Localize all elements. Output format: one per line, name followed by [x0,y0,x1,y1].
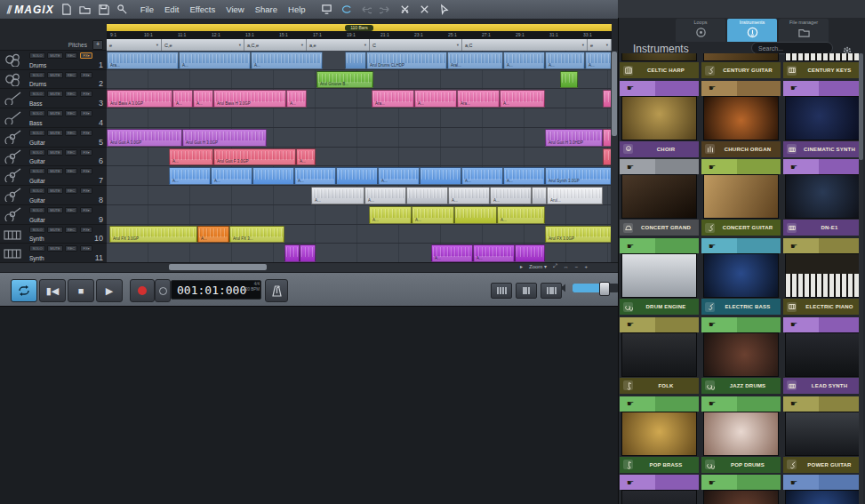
loop-button[interactable] [11,279,37,302]
fx-button[interactable]: FX▾ [80,168,92,174]
menu-share[interactable]: Share [250,3,283,16]
clip-pink[interactable]: Ara... [457,90,500,108]
record-mode-button[interactable] [155,279,171,302]
pitch-segment[interactable]: e▾ [588,39,612,51]
clip-violet[interactable]: Arul Guit H 3.0HDP [545,129,603,147]
tile-drag-strip[interactable]: ☛ [701,159,781,174]
instrument-image[interactable] [621,412,697,456]
mute-button[interactable]: MUTE [47,91,63,97]
instrument-name-bar[interactable]: POWER GUITAR [783,457,861,473]
rec-button[interactable]: REC [65,207,77,213]
mute-button[interactable]: MUTE [47,130,63,136]
clip[interactable] [532,187,547,204]
search-media-icon[interactable] [116,4,130,16]
instrument-name-bar[interactable]: POP DRUMS [701,457,781,473]
instrument-name-bar[interactable]: CENTURY KEYS [783,62,861,78]
mute-button[interactable]: MUTE [47,245,63,252]
tile-drag-strip[interactable]: ☛ [620,317,699,332]
clip-pink[interactable]: Arul Bass H 3.0GP [213,90,286,108]
instrument-name-bar[interactable]: CELTIC HARP [620,62,699,78]
new-file-icon[interactable] [60,4,74,16]
clip-gray[interactable]: A... [448,187,490,204]
fx-button[interactable]: FX▾ [80,227,92,233]
menu-file[interactable]: File [135,3,159,16]
clip[interactable] [420,167,461,185]
fx-button[interactable]: FX▾ [80,72,92,78]
instrument-image[interactable] [621,490,697,504]
fx-button[interactable]: FX▾ [80,149,92,156]
loop-arrow-icon[interactable] [340,4,354,16]
clip-rose[interactable]: Arul Guit F 3.0GP [213,148,296,166]
instrument-tile-celtic-harp[interactable]: ☛CELTIC HARP [620,53,699,78]
instrument-tile-church-organ[interactable]: ☛CHURCH ORGAN [701,81,781,157]
instrument-image[interactable] [621,253,697,298]
clip-skyblue[interactable]: A... [294,167,336,185]
clip-blue[interactable]: Arul Drums CLHDP [366,52,447,69]
clip[interactable] [345,52,366,69]
clip-purple[interactable]: A... [473,244,515,262]
solo-button[interactable]: SOLO [29,149,45,156]
tile-drag-strip[interactable]: ☛ [701,81,781,96]
instrument-tile-dn-e1[interactable]: ☛DN-E1 [783,159,861,236]
instrument-image[interactable] [785,490,861,504]
save-icon[interactable] [97,4,111,16]
solo-button[interactable]: SOLO [29,245,45,252]
clip-skyblue[interactable]: Arul Synth 3.0GP [545,167,612,185]
tile-drag-strip[interactable]: ☛ [620,396,699,412]
pitch-segment[interactable]: C,e▾ [162,39,244,51]
solo-button[interactable]: SOLO [29,227,45,233]
clip-gray[interactable]: A... [364,187,406,204]
tile-drag-strip[interactable]: ☛ [620,81,699,96]
tile-drag-strip[interactable]: ☛ [701,396,781,412]
vertical-scrollbar-thumb[interactable] [612,52,617,136]
instrument-image[interactable] [703,174,779,219]
instrument-image[interactable] [621,53,697,61]
instrument-image[interactable] [785,412,861,456]
clip[interactable] [454,206,497,224]
clip-skyblue[interactable]: A... [503,167,545,185]
track-lane[interactable]: A...A...A...A...Arul... [107,186,612,205]
tile-drag-strip[interactable]: ☛ [783,81,861,96]
zoom-h-icon[interactable]: ↔ [564,264,569,269]
timeline-ruler[interactable]: 9:110:111:112:113:115:117:119:121:123:12… [107,31,612,39]
instrument-name-bar[interactable]: CONCERT GUITAR [701,220,781,236]
rec-button[interactable]: REC [65,130,77,136]
instrument-tile-century-guitar[interactable]: ☛CENTURY GUITAR [701,53,781,78]
fx-button[interactable]: FX▾ [80,52,92,59]
tab-instruments[interactable]: Instruments [727,19,777,42]
track-lane[interactable]: A...A... [107,244,612,263]
tile-drag-strip[interactable]: ☛ [701,238,781,253]
track-lane[interactable]: Arul Groove B... [107,70,612,90]
instrument-image[interactable] [785,174,861,219]
solo-button[interactable]: SOLO [29,72,45,78]
instrument-image[interactable] [621,332,697,377]
instrument-name-bar[interactable]: DRUM ENGINE [620,299,699,315]
menu-edit[interactable]: Edit [159,3,184,16]
instrument-tile-pop-brass[interactable]: ☛POP BRASS [620,396,699,473]
play-button[interactable]: ▶ [96,279,123,302]
instrument-name-bar[interactable]: CENTURY GUITAR [701,62,781,78]
clip-yellowgreen[interactable]: Arul FX 3.0GP [109,226,197,244]
clip-yellowgreen[interactable]: A... [497,206,545,224]
stop-button[interactable]: ■ [68,279,94,302]
instrument-name-bar[interactable]: ELECTRIC PIANO [783,299,861,315]
rec-button[interactable]: REC [65,168,77,174]
fx-button[interactable]: FX▾ [80,91,92,97]
cursor-icon[interactable] [437,4,452,16]
clip-violet[interactable]: Arul Guit H 3.0GP [182,129,267,147]
tile-drag-strip[interactable]: ☛ [783,475,861,490]
view-grid-button[interactable] [541,283,562,299]
tile-drag-strip[interactable]: ☛ [701,317,781,332]
rec-button[interactable]: REC [65,110,77,116]
pitch-segment[interactable]: a,e▾ [307,39,370,51]
clip[interactable] [284,244,300,262]
rec-button[interactable]: REC [65,91,77,97]
instrument-name-bar[interactable]: FOLK [620,378,699,394]
clip-skyblue[interactable]: A... [169,167,211,185]
rec-button[interactable]: REC [65,227,77,233]
tab-loops[interactable]: Loops [676,19,725,42]
tab-file-manager[interactable]: File manager [779,19,829,42]
clip-yellowgreen[interactable]: Arul FX 3... [229,226,284,244]
instrument-image[interactable] [785,53,861,61]
zoom-label[interactable]: Zoom ▾ [529,263,547,269]
